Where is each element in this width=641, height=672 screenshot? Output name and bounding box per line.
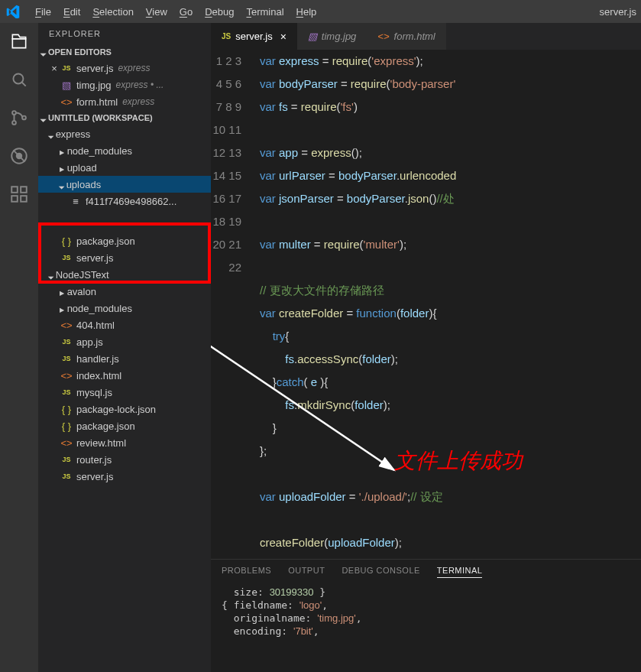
tree-file[interactable]: ≡f411f7469e498662... bbox=[38, 193, 211, 209]
title-file: server.js bbox=[600, 6, 636, 18]
open-editor-item[interactable]: <>form.htmlexpress bbox=[38, 93, 211, 110]
menu-selection[interactable]: Selection bbox=[86, 0, 139, 23]
vscode-logo-icon bbox=[5, 3, 21, 20]
search-icon[interactable] bbox=[8, 69, 30, 90]
activity-bar bbox=[0, 23, 38, 672]
tree-file[interactable]: JSserver.js bbox=[38, 249, 211, 266]
explorer-icon[interactable] bbox=[8, 31, 30, 52]
bottom-panel: PROBLEMS OUTPUT DEBUG CONSOLE TERMINAL s… bbox=[211, 559, 641, 672]
svg-point-0 bbox=[13, 73, 23, 83]
panel-tab-output[interactable]: OUTPUT bbox=[288, 566, 325, 578]
line-gutter: 1 2 3 4 5 6 7 8 9 10 11 12 13 14 15 16 1… bbox=[211, 50, 257, 559]
tree-file[interactable]: JSserver.js bbox=[38, 468, 211, 485]
explorer-sidebar: EXPLORER OPEN EDITORS ×JSserver.jsexpres… bbox=[38, 23, 211, 672]
extensions-icon[interactable] bbox=[8, 183, 30, 205]
menu-debug[interactable]: Debug bbox=[199, 0, 240, 23]
menu-edit[interactable]: Edit bbox=[57, 0, 86, 23]
open-editor-item[interactable]: ×JSserver.jsexpress bbox=[38, 60, 211, 76]
open-editors-header[interactable]: OPEN EDITORS bbox=[38, 44, 211, 60]
tree-file[interactable]: { }package-lock.json bbox=[38, 401, 211, 417]
tree-folder[interactable]: node_modules bbox=[38, 300, 211, 317]
svg-rect-8 bbox=[21, 196, 27, 202]
menu-file[interactable]: File bbox=[29, 0, 57, 23]
tab-form-html[interactable]: <>form.html bbox=[367, 23, 445, 50]
close-icon[interactable]: × bbox=[280, 31, 287, 43]
tree-file[interactable]: <>review.html bbox=[38, 434, 211, 451]
svg-point-1 bbox=[12, 111, 16, 115]
open-editor-item[interactable]: ▧timg.jpgexpress • ... bbox=[38, 76, 211, 93]
menu-go[interactable]: Go bbox=[173, 0, 199, 23]
tree-file[interactable]: <>404.html bbox=[38, 317, 211, 333]
panel-tab-debug[interactable]: DEBUG CONSOLE bbox=[342, 566, 419, 578]
explorer-title: EXPLORER bbox=[38, 23, 211, 44]
code-editor[interactable]: 1 2 3 4 5 6 7 8 9 10 11 12 13 14 15 16 1… bbox=[211, 50, 641, 559]
menu-help[interactable]: Help bbox=[290, 0, 323, 23]
source-control-icon[interactable] bbox=[8, 107, 30, 128]
tree-file[interactable]: JShandler.js bbox=[38, 350, 211, 367]
tree-file[interactable]: JSmysql.js bbox=[38, 384, 211, 401]
tree-folder[interactable]: node_modules bbox=[38, 142, 211, 159]
tree-file[interactable]: JSrouter.js bbox=[38, 451, 211, 468]
tree-file[interactable]: { }package.json bbox=[38, 417, 211, 434]
debug-icon[interactable] bbox=[8, 145, 30, 167]
tree-file[interactable]: JSapp.js bbox=[38, 333, 211, 350]
panel-tab-problems[interactable]: PROBLEMS bbox=[222, 566, 271, 578]
editor-tabs: JSserver.js× ▧timg.jpg <>form.html bbox=[211, 23, 641, 50]
svg-point-2 bbox=[12, 121, 16, 125]
tree-file-hidden[interactable] bbox=[38, 209, 211, 232]
tab-server-js[interactable]: JSserver.js× bbox=[211, 23, 297, 50]
menu-view[interactable]: View bbox=[140, 0, 173, 23]
svg-rect-9 bbox=[21, 187, 27, 193]
tab-timg-jpg[interactable]: ▧timg.jpg bbox=[297, 23, 367, 50]
code-body[interactable]: var express = require('express'); var bo… bbox=[257, 50, 641, 559]
annotation-text: 文件上传成功 bbox=[394, 450, 523, 472]
tree-folder[interactable]: upload bbox=[38, 159, 211, 176]
tree-file[interactable]: <>index.html bbox=[38, 367, 211, 384]
menu-terminal[interactable]: Terminal bbox=[240, 0, 290, 23]
svg-rect-7 bbox=[11, 196, 18, 202]
panel-tabs: PROBLEMS OUTPUT DEBUG CONSOLE TERMINAL bbox=[211, 560, 641, 581]
tree-folder[interactable]: NodeJSText bbox=[38, 266, 211, 283]
tree-folder[interactable]: express bbox=[38, 125, 211, 142]
tree-folder-uploads[interactable]: uploads bbox=[38, 176, 211, 193]
editor-area: JSserver.js× ▧timg.jpg <>form.html 1 2 3… bbox=[211, 23, 641, 672]
svg-point-5 bbox=[17, 154, 22, 159]
terminal-output[interactable]: size: 30199330 } { fieldname: 'logo', or… bbox=[211, 581, 641, 642]
tree-folder[interactable]: avalon bbox=[38, 283, 211, 300]
title-bar: File Edit Selection View Go Debug Termin… bbox=[0, 0, 641, 23]
tree-file[interactable]: { }package.json bbox=[38, 232, 211, 249]
svg-rect-6 bbox=[11, 187, 18, 193]
panel-tab-terminal[interactable]: TERMINAL bbox=[437, 566, 483, 578]
workspace-header[interactable]: UNTITLED (WORKSPACE) bbox=[38, 110, 211, 125]
